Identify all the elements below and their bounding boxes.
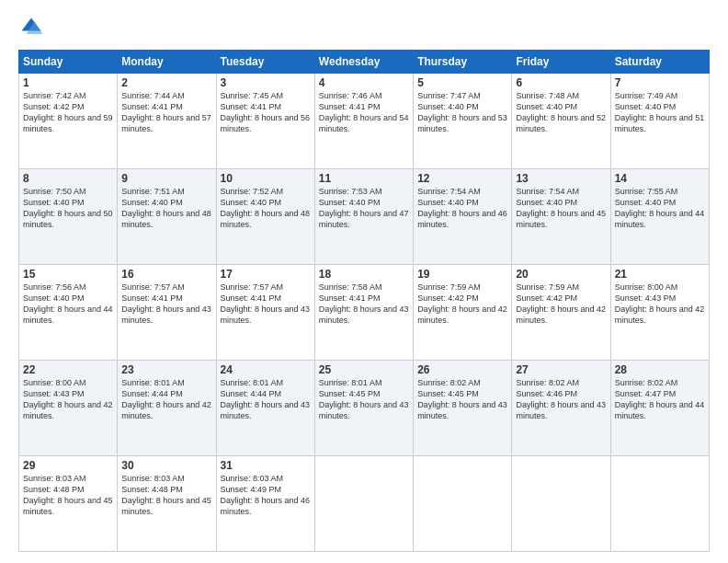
- calendar-cell: 11 Sunrise: 7:53 AMSunset: 4:40 PMDaylig…: [314, 169, 413, 265]
- cell-info: Sunrise: 7:57 AMSunset: 4:41 PMDaylight:…: [121, 282, 211, 325]
- cell-info: Sunrise: 8:00 AMSunset: 4:43 PMDaylight:…: [23, 378, 113, 420]
- cell-info: Sunrise: 8:03 AMSunset: 4:48 PMDaylight:…: [23, 474, 113, 516]
- calendar-cell: 19 Sunrise: 7:59 AMSunset: 4:42 PMDaylig…: [414, 265, 512, 361]
- page: SundayMondayTuesdayWednesdayThursdayFrid…: [0, 0, 728, 563]
- calendar-cell: 24 Sunrise: 8:01 AMSunset: 4:44 PMDaylig…: [216, 361, 314, 456]
- calendar-cell: 29 Sunrise: 8:03 AMSunset: 4:48 PMDaylig…: [19, 456, 118, 552]
- calendar-cell: 25 Sunrise: 8:01 AMSunset: 4:45 PMDaylig…: [314, 361, 413, 456]
- day-number: 24: [221, 363, 311, 376]
- cell-info: Sunrise: 7:45 AMSunset: 4:41 PMDaylight:…: [221, 91, 311, 133]
- calendar-cell: 5 Sunrise: 7:47 AMSunset: 4:40 PMDayligh…: [414, 74, 512, 169]
- cell-info: Sunrise: 7:47 AMSunset: 4:40 PMDaylight:…: [417, 91, 507, 133]
- calendar-cell: 27 Sunrise: 8:02 AMSunset: 4:46 PMDaylig…: [512, 361, 610, 456]
- cell-info: Sunrise: 7:51 AMSunset: 4:40 PMDaylight:…: [121, 187, 211, 229]
- calendar-cell: 28 Sunrise: 8:02 AMSunset: 4:47 PMDaylig…: [610, 361, 709, 456]
- cell-info: Sunrise: 7:56 AMSunset: 4:40 PMDaylight:…: [23, 282, 113, 325]
- day-number: 25: [319, 363, 409, 376]
- cell-info: Sunrise: 8:00 AMSunset: 4:43 PMDaylight:…: [615, 282, 705, 325]
- day-number: 1: [23, 76, 113, 89]
- calendar-cell: 2 Sunrise: 7:44 AMSunset: 4:41 PMDayligh…: [118, 74, 216, 169]
- calendar-cell: 15 Sunrise: 7:56 AMSunset: 4:40 PMDaylig…: [19, 265, 118, 361]
- calendar-cell: [512, 456, 610, 552]
- cell-info: Sunrise: 7:57 AMSunset: 4:41 PMDaylight:…: [221, 282, 311, 325]
- calendar-header-saturday: Saturday: [610, 51, 709, 74]
- day-number: 8: [23, 172, 113, 185]
- day-number: 14: [615, 172, 705, 185]
- cell-info: Sunrise: 8:01 AMSunset: 4:44 PMDaylight:…: [221, 378, 311, 420]
- calendar-cell: 3 Sunrise: 7:45 AMSunset: 4:41 PMDayligh…: [216, 74, 314, 169]
- calendar-cell: 9 Sunrise: 7:51 AMSunset: 4:40 PMDayligh…: [118, 169, 216, 265]
- cell-info: Sunrise: 7:54 AMSunset: 4:40 PMDaylight:…: [417, 187, 507, 229]
- day-number: 20: [516, 268, 606, 281]
- calendar-cell: 26 Sunrise: 8:02 AMSunset: 4:45 PMDaylig…: [414, 361, 512, 456]
- calendar-header-thursday: Thursday: [414, 51, 512, 74]
- cell-info: Sunrise: 7:46 AMSunset: 4:41 PMDaylight:…: [319, 91, 409, 133]
- calendar-week-2: 8 Sunrise: 7:50 AMSunset: 4:40 PMDayligh…: [19, 169, 710, 265]
- day-number: 13: [516, 172, 606, 185]
- calendar-week-5: 29 Sunrise: 8:03 AMSunset: 4:48 PMDaylig…: [19, 456, 710, 552]
- day-number: 31: [221, 459, 311, 472]
- calendar-cell: 14 Sunrise: 7:55 AMSunset: 4:40 PMDaylig…: [610, 169, 709, 265]
- calendar-cell: 20 Sunrise: 7:59 AMSunset: 4:42 PMDaylig…: [512, 265, 610, 361]
- day-number: 7: [615, 76, 705, 89]
- calendar-header-friday: Friday: [512, 51, 610, 74]
- cell-info: Sunrise: 7:50 AMSunset: 4:40 PMDaylight:…: [23, 187, 113, 229]
- calendar-body: 1 Sunrise: 7:42 AMSunset: 4:42 PMDayligh…: [19, 74, 710, 552]
- day-number: 23: [121, 363, 211, 376]
- calendar-header-tuesday: Tuesday: [216, 51, 314, 74]
- cell-info: Sunrise: 8:01 AMSunset: 4:45 PMDaylight:…: [319, 378, 409, 420]
- cell-info: Sunrise: 7:58 AMSunset: 4:41 PMDaylight:…: [319, 282, 409, 325]
- calendar-week-4: 22 Sunrise: 8:00 AMSunset: 4:43 PMDaylig…: [19, 361, 710, 456]
- cell-info: Sunrise: 7:59 AMSunset: 4:42 PMDaylight:…: [516, 282, 606, 325]
- cell-info: Sunrise: 7:59 AMSunset: 4:42 PMDaylight:…: [417, 282, 507, 325]
- day-number: 18: [319, 268, 409, 281]
- day-number: 29: [23, 459, 113, 472]
- calendar-cell: 10 Sunrise: 7:52 AMSunset: 4:40 PMDaylig…: [216, 169, 314, 265]
- cell-info: Sunrise: 8:03 AMSunset: 4:49 PMDaylight:…: [221, 474, 311, 516]
- day-number: 21: [615, 268, 705, 281]
- day-number: 10: [221, 172, 311, 185]
- calendar-week-1: 1 Sunrise: 7:42 AMSunset: 4:42 PMDayligh…: [19, 74, 710, 169]
- calendar-cell: 30 Sunrise: 8:03 AMSunset: 4:48 PMDaylig…: [118, 456, 216, 552]
- cell-info: Sunrise: 7:42 AMSunset: 4:42 PMDaylight:…: [23, 91, 113, 133]
- day-number: 3: [221, 76, 311, 89]
- day-number: 15: [23, 268, 113, 281]
- cell-info: Sunrise: 7:52 AMSunset: 4:40 PMDaylight:…: [221, 187, 311, 229]
- calendar-cell: [314, 456, 413, 552]
- calendar-header-sunday: Sunday: [19, 51, 118, 74]
- day-number: 30: [121, 459, 211, 472]
- calendar-cell: 21 Sunrise: 8:00 AMSunset: 4:43 PMDaylig…: [610, 265, 709, 361]
- calendar-cell: [414, 456, 512, 552]
- calendar-cell: 6 Sunrise: 7:48 AMSunset: 4:40 PMDayligh…: [512, 74, 610, 169]
- day-number: 5: [417, 76, 507, 89]
- calendar-cell: 17 Sunrise: 7:57 AMSunset: 4:41 PMDaylig…: [216, 265, 314, 361]
- day-number: 12: [417, 172, 507, 185]
- calendar-cell: 22 Sunrise: 8:00 AMSunset: 4:43 PMDaylig…: [19, 361, 118, 456]
- calendar-cell: 1 Sunrise: 7:42 AMSunset: 4:42 PMDayligh…: [19, 74, 118, 169]
- calendar-cell: 12 Sunrise: 7:54 AMSunset: 4:40 PMDaylig…: [414, 169, 512, 265]
- cell-info: Sunrise: 8:02 AMSunset: 4:47 PMDaylight:…: [615, 378, 705, 420]
- cell-info: Sunrise: 7:49 AMSunset: 4:40 PMDaylight:…: [615, 91, 705, 133]
- day-number: 22: [23, 363, 113, 376]
- day-number: 28: [615, 363, 705, 376]
- cell-info: Sunrise: 8:03 AMSunset: 4:48 PMDaylight:…: [121, 474, 211, 516]
- day-number: 9: [121, 172, 211, 185]
- logo: [18, 15, 48, 40]
- calendar-cell: 13 Sunrise: 7:54 AMSunset: 4:40 PMDaylig…: [512, 169, 610, 265]
- calendar-header-row: SundayMondayTuesdayWednesdayThursdayFrid…: [19, 51, 710, 74]
- day-number: 6: [516, 76, 606, 89]
- calendar-cell: [610, 456, 709, 552]
- day-number: 27: [516, 363, 606, 376]
- day-number: 26: [417, 363, 507, 376]
- calendar-cell: 7 Sunrise: 7:49 AMSunset: 4:40 PMDayligh…: [610, 74, 709, 169]
- calendar-header-wednesday: Wednesday: [314, 51, 413, 74]
- calendar-header-monday: Monday: [118, 51, 216, 74]
- calendar-cell: 16 Sunrise: 7:57 AMSunset: 4:41 PMDaylig…: [118, 265, 216, 361]
- cell-info: Sunrise: 8:01 AMSunset: 4:44 PMDaylight:…: [121, 378, 211, 420]
- calendar-cell: 23 Sunrise: 8:01 AMSunset: 4:44 PMDaylig…: [118, 361, 216, 456]
- calendar-cell: 8 Sunrise: 7:50 AMSunset: 4:40 PMDayligh…: [19, 169, 118, 265]
- cell-info: Sunrise: 7:54 AMSunset: 4:40 PMDaylight:…: [516, 187, 606, 229]
- day-number: 11: [319, 172, 409, 185]
- calendar-cell: 31 Sunrise: 8:03 AMSunset: 4:49 PMDaylig…: [216, 456, 314, 552]
- day-number: 16: [121, 268, 211, 281]
